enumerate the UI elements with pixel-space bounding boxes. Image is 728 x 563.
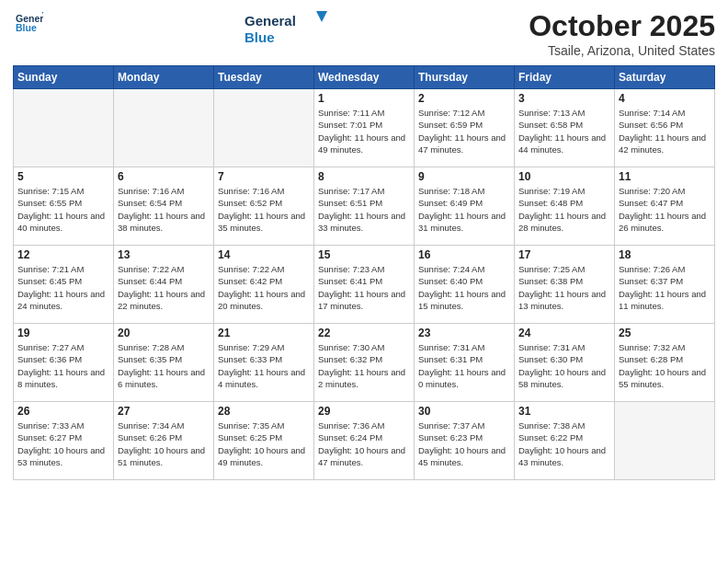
calendar-day: 7 Sunrise: 7:16 AM Sunset: 6:52 PM Dayli… — [214, 167, 314, 246]
calendar-day: 24 Sunrise: 7:31 AM Sunset: 6:30 PM Dayl… — [515, 324, 615, 402]
location: Tsaile, Arizona, United States — [529, 43, 715, 58]
calendar-day — [615, 402, 715, 480]
title-area: October 2025 Tsaile, Arizona, United Sta… — [529, 9, 715, 58]
calendar-day: 10 Sunrise: 7:19 AM Sunset: 6:48 PM Dayl… — [515, 167, 615, 246]
day-number: 19 — [17, 327, 109, 339]
day-info: Sunrise: 7:23 AM Sunset: 6:41 PM Dayligh… — [318, 263, 410, 312]
calendar-week-row: 26 Sunrise: 7:33 AM Sunset: 6:27 PM Dayl… — [14, 402, 715, 480]
day-number: 17 — [518, 248, 610, 261]
day-info: Sunrise: 7:25 AM Sunset: 6:38 PM Dayligh… — [518, 263, 610, 312]
calendar-day: 4 Sunrise: 7:14 AM Sunset: 6:56 PM Dayli… — [615, 89, 715, 167]
day-number: 14 — [218, 248, 310, 261]
col-saturday: Saturday — [615, 66, 715, 89]
day-number: 5 — [17, 170, 109, 183]
calendar-day: 2 Sunrise: 7:12 AM Sunset: 6:59 PM Dayli… — [415, 89, 515, 167]
day-info: Sunrise: 7:14 AM Sunset: 6:56 PM Dayligh… — [619, 107, 711, 155]
calendar-day: 13 Sunrise: 7:22 AM Sunset: 6:44 PM Dayl… — [114, 246, 214, 324]
day-number: 22 — [318, 327, 410, 339]
day-info: Sunrise: 7:28 AM Sunset: 6:35 PM Dayligh… — [118, 341, 210, 390]
month-title: October 2025 — [529, 9, 715, 43]
day-number: 2 — [418, 92, 510, 105]
calendar-day: 22 Sunrise: 7:30 AM Sunset: 6:32 PM Dayl… — [314, 324, 415, 402]
day-info: Sunrise: 7:22 AM Sunset: 6:42 PM Dayligh… — [218, 263, 310, 312]
day-info: Sunrise: 7:15 AM Sunset: 6:55 PM Dayligh… — [17, 185, 109, 234]
calendar-day: 16 Sunrise: 7:24 AM Sunset: 6:40 PM Dayl… — [415, 246, 515, 324]
day-info: Sunrise: 7:31 AM Sunset: 6:31 PM Dayligh… — [418, 341, 510, 390]
col-wednesday: Wednesday — [314, 66, 415, 89]
calendar-day: 9 Sunrise: 7:18 AM Sunset: 6:49 PM Dayli… — [415, 167, 515, 246]
day-info: Sunrise: 7:24 AM Sunset: 6:40 PM Dayligh… — [418, 263, 510, 312]
day-number: 31 — [518, 405, 610, 418]
day-info: Sunrise: 7:31 AM Sunset: 6:30 PM Dayligh… — [518, 341, 610, 390]
col-monday: Monday — [114, 66, 214, 89]
calendar-day: 28 Sunrise: 7:35 AM Sunset: 6:25 PM Dayl… — [214, 402, 314, 480]
day-info: Sunrise: 7:16 AM Sunset: 6:52 PM Dayligh… — [218, 185, 310, 234]
day-info: Sunrise: 7:16 AM Sunset: 6:54 PM Dayligh… — [118, 185, 210, 234]
calendar-day: 26 Sunrise: 7:33 AM Sunset: 6:27 PM Dayl… — [14, 402, 114, 480]
day-number: 28 — [218, 405, 310, 418]
day-number: 15 — [318, 248, 410, 261]
calendar-day: 29 Sunrise: 7:36 AM Sunset: 6:24 PM Dayl… — [314, 402, 415, 480]
calendar-day: 15 Sunrise: 7:23 AM Sunset: 6:41 PM Dayl… — [314, 246, 415, 324]
calendar-day: 6 Sunrise: 7:16 AM Sunset: 6:54 PM Dayli… — [114, 167, 214, 246]
col-tuesday: Tuesday — [214, 66, 314, 89]
calendar-day: 1 Sunrise: 7:11 AM Sunset: 7:01 PM Dayli… — [314, 89, 415, 167]
col-sunday: Sunday — [14, 66, 114, 89]
calendar-week-row: 19 Sunrise: 7:27 AM Sunset: 6:36 PM Dayl… — [14, 324, 715, 402]
day-number: 25 — [619, 327, 711, 339]
col-friday: Friday — [515, 66, 615, 89]
day-number: 29 — [318, 405, 410, 418]
day-info: Sunrise: 7:12 AM Sunset: 6:59 PM Dayligh… — [418, 107, 510, 155]
calendar-day — [114, 89, 214, 167]
day-info: Sunrise: 7:20 AM Sunset: 6:47 PM Dayligh… — [619, 185, 711, 234]
calendar-day: 27 Sunrise: 7:34 AM Sunset: 6:26 PM Dayl… — [114, 402, 214, 480]
day-number: 3 — [518, 92, 610, 105]
day-number: 16 — [418, 248, 510, 261]
day-info: Sunrise: 7:13 AM Sunset: 6:58 PM Dayligh… — [518, 107, 610, 155]
svg-text:Blue: Blue — [16, 22, 37, 33]
day-number: 8 — [318, 170, 410, 183]
day-info: Sunrise: 7:33 AM Sunset: 6:27 PM Dayligh… — [17, 419, 109, 468]
day-info: Sunrise: 7:11 AM Sunset: 7:01 PM Dayligh… — [318, 107, 410, 155]
logo-icon: General Blue — [16, 9, 43, 37]
day-number: 21 — [218, 327, 310, 339]
day-info: Sunrise: 7:17 AM Sunset: 6:51 PM Dayligh… — [318, 185, 410, 234]
svg-text:General: General — [245, 13, 296, 29]
day-info: Sunrise: 7:22 AM Sunset: 6:44 PM Dayligh… — [118, 263, 210, 312]
svg-marker-5 — [316, 11, 327, 22]
day-number: 30 — [418, 405, 510, 418]
day-info: Sunrise: 7:19 AM Sunset: 6:48 PM Dayligh… — [518, 185, 610, 234]
day-info: Sunrise: 7:29 AM Sunset: 6:33 PM Dayligh… — [218, 341, 310, 390]
calendar-day: 17 Sunrise: 7:25 AM Sunset: 6:38 PM Dayl… — [515, 246, 615, 324]
calendar-day: 19 Sunrise: 7:27 AM Sunset: 6:36 PM Dayl… — [14, 324, 114, 402]
calendar-week-row: 5 Sunrise: 7:15 AM Sunset: 6:55 PM Dayli… — [14, 167, 715, 246]
calendar-day: 30 Sunrise: 7:37 AM Sunset: 6:23 PM Dayl… — [415, 402, 515, 480]
calendar-day: 5 Sunrise: 7:15 AM Sunset: 6:55 PM Dayli… — [14, 167, 114, 246]
day-number: 18 — [619, 248, 711, 261]
calendar-day: 25 Sunrise: 7:32 AM Sunset: 6:28 PM Dayl… — [615, 324, 715, 402]
calendar-day: 21 Sunrise: 7:29 AM Sunset: 6:33 PM Dayl… — [214, 324, 314, 402]
day-info: Sunrise: 7:18 AM Sunset: 6:49 PM Dayligh… — [418, 185, 510, 234]
calendar-day: 3 Sunrise: 7:13 AM Sunset: 6:58 PM Dayli… — [515, 89, 615, 167]
day-number: 10 — [518, 170, 610, 183]
day-number: 20 — [118, 327, 210, 339]
day-number: 9 — [418, 170, 510, 183]
day-info: Sunrise: 7:34 AM Sunset: 6:26 PM Dayligh… — [118, 419, 210, 468]
day-info: Sunrise: 7:27 AM Sunset: 6:36 PM Dayligh… — [17, 341, 109, 390]
day-info: Sunrise: 7:36 AM Sunset: 6:24 PM Dayligh… — [318, 419, 410, 468]
calendar-day: 8 Sunrise: 7:17 AM Sunset: 6:51 PM Dayli… — [314, 167, 415, 246]
day-number: 4 — [619, 92, 711, 105]
calendar-table: Sunday Monday Tuesday Wednesday Thursday… — [13, 65, 715, 480]
calendar-day — [214, 89, 314, 167]
day-number: 23 — [418, 327, 510, 339]
svg-text:Blue: Blue — [245, 29, 275, 45]
day-info: Sunrise: 7:32 AM Sunset: 6:28 PM Dayligh… — [619, 341, 711, 390]
calendar-week-row: 1 Sunrise: 7:11 AM Sunset: 7:01 PM Dayli… — [14, 89, 715, 167]
logo-text-area: General Blue — [245, 9, 327, 48]
day-info: Sunrise: 7:26 AM Sunset: 6:37 PM Dayligh… — [619, 263, 711, 312]
day-info: Sunrise: 7:35 AM Sunset: 6:25 PM Dayligh… — [218, 419, 310, 468]
calendar-day: 11 Sunrise: 7:20 AM Sunset: 6:47 PM Dayl… — [615, 167, 715, 246]
calendar-day: 18 Sunrise: 7:26 AM Sunset: 6:37 PM Dayl… — [615, 246, 715, 324]
day-number: 1 — [318, 92, 410, 105]
day-info: Sunrise: 7:37 AM Sunset: 6:23 PM Dayligh… — [418, 419, 510, 468]
